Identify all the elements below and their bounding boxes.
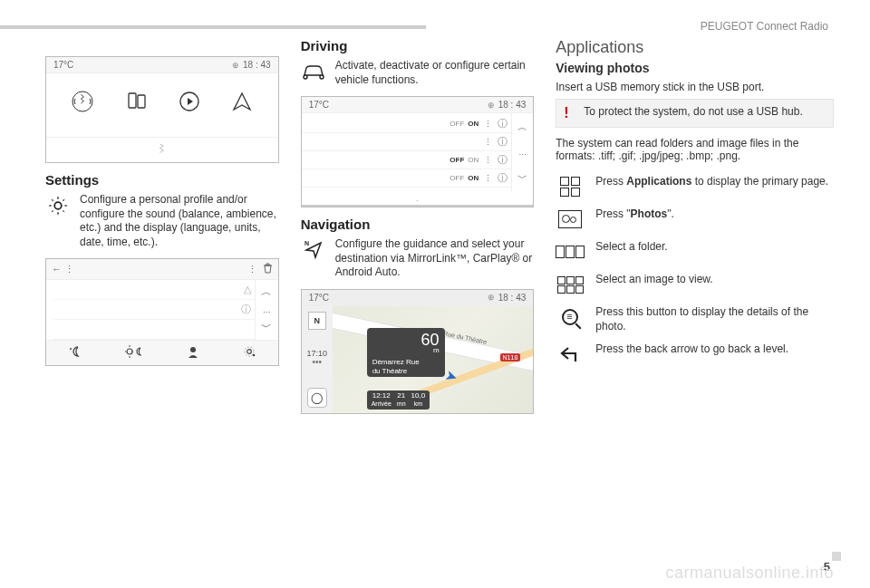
svg-point-0 [72, 92, 92, 111]
toggle-row[interactable]: ⋮ ⓘ [302, 133, 512, 151]
compass-north-icon[interactable]: N [308, 312, 326, 330]
apps-grid-icon [556, 175, 585, 198]
home-body [46, 73, 278, 162]
status-temp: 17°C [309, 100, 329, 110]
nav-statusbar: 17°C ⊕ 18 : 43 [302, 290, 534, 306]
step-applications: Press Applications to display the primar… [556, 175, 834, 198]
profile-icon[interactable] [187, 345, 199, 361]
side-tab-marker [832, 552, 841, 561]
warning-icon: ! [564, 105, 576, 121]
list-item[interactable]: △ [53, 280, 255, 300]
chevron-up-icon[interactable]: ︿ [261, 284, 272, 300]
svg-point-8 [247, 350, 252, 354]
home-footer [46, 137, 278, 162]
nav-stop-button[interactable]: ◯ [307, 388, 327, 408]
row-menu-icon[interactable]: ⋮ [484, 174, 492, 183]
step-select-image: Select an image to view. [556, 273, 834, 296]
status-temp: 17°C [309, 293, 329, 303]
ellipsis-icon: … [518, 148, 527, 157]
nav-guidance-panel: 60 m Démarrez Rue du Théatre [367, 328, 445, 377]
driving-description-row: Activate, deactivate or configure certai… [301, 59, 535, 87]
header-brand: PEUGEOT Connect Radio [701, 20, 828, 33]
svg-point-4 [54, 202, 62, 209]
status-temp: 17°C [53, 60, 73, 70]
chevron-down-icon[interactable]: ﹀ [261, 320, 272, 335]
car-icon [301, 59, 326, 84]
column-2: Driving Activate, deactivate or configur… [301, 38, 535, 414]
toggle-row[interactable]: OFFON ⋮ ⓘ [302, 151, 512, 169]
svg-text:N: N [304, 240, 309, 246]
drive-footer: . [302, 191, 534, 207]
auto-mode-icon[interactable] [125, 345, 143, 361]
menu-dots-icon[interactable]: ⋮ [247, 264, 257, 275]
list-item[interactable] [53, 320, 255, 340]
step-select-folder: Select a folder. [556, 240, 834, 264]
magnify-details-icon [556, 305, 585, 329]
info-icon[interactable]: ⓘ [498, 117, 508, 130]
toggle-row[interactable]: OFFON ⋮ ⓘ [302, 115, 512, 133]
alert-text: To protect the system, do not use a USB … [584, 105, 802, 118]
status-time: 18 : 43 [243, 60, 271, 70]
home-statusbar: 17°C ⊕ 18 : 43 [46, 57, 278, 73]
phone-mirror-icon[interactable] [126, 91, 148, 118]
step-photos: Press "Photos". [556, 207, 834, 231]
bluetooth-ring-icon[interactable] [71, 90, 94, 119]
content-columns: 17°C ⊕ 18 : 43 [45, 38, 834, 414]
row-menu-icon[interactable]: ⋮ [484, 138, 492, 147]
svg-rect-2 [138, 95, 145, 108]
drive-statusbar: 17°C ⊕ 18 : 43 [302, 97, 534, 113]
navigation-description-row: N Configure the guidance and select your… [301, 237, 535, 280]
toggle-row[interactable]: OFFON ⋮ ⓘ [302, 169, 512, 188]
nav-dest-line2: du Théatre [372, 367, 408, 375]
map-area[interactable]: Rue du Théatre N118 ➤ 60 m Démarrez Rue … [333, 306, 534, 413]
row-menu-icon[interactable]: ⋮ [484, 120, 492, 129]
status-time: 18 : 43 [498, 100, 527, 110]
svg-point-6 [127, 349, 132, 354]
svg-point-5 [70, 348, 72, 350]
home-screen: 17°C ⊕ 18 : 43 [45, 56, 279, 163]
row-menu-icon[interactable]: ⋮ [484, 156, 492, 165]
svg-point-10 [253, 354, 256, 357]
svg-point-7 [190, 347, 196, 352]
navigation-description: Configure the guidance and select your d… [335, 237, 535, 280]
gps-icon: ⊕ [232, 61, 239, 70]
gear-small-icon[interactable] [242, 345, 256, 361]
info-icon[interactable]: ⓘ [498, 135, 508, 149]
gps-icon: ⊕ [488, 101, 495, 110]
back-icon[interactable]: ← ⋮ [52, 264, 74, 275]
list-item[interactable]: ⓘ [53, 300, 255, 320]
step-details: Press this button to display the details… [556, 305, 834, 333]
watermark-text: carmanualsonline.info [665, 564, 834, 583]
night-mode-icon[interactable] [68, 345, 82, 361]
top-edge-rule [0, 25, 426, 29]
chevron-up-icon[interactable]: ︿ [517, 120, 527, 134]
nav-eta-panel: 12:12Arrivée 21mn 10,0km [367, 390, 430, 409]
back-arrow-icon [556, 342, 585, 366]
settings-screen: ← ⋮ ⋮ △ ⓘ ︿ … [45, 258, 279, 366]
info-icon[interactable]: ⓘ [498, 153, 508, 167]
step-back: Press the back arrow to go back a level. [556, 342, 834, 366]
gear-icon [45, 193, 71, 218]
viewing-photos-heading: Viewing photos [556, 61, 834, 75]
chevron-down-icon[interactable]: ﹀ [517, 171, 527, 185]
info-outline-icon: ⓘ [241, 303, 251, 316]
trash-icon[interactable] [263, 263, 273, 275]
nav-side-time: 17:10••• [306, 350, 327, 367]
driving-screen: 17°C ⊕ 18 : 43 OFFON ⋮ ⓘ ⋮ [301, 96, 535, 207]
applications-heading: Applications [556, 38, 834, 57]
folder-strip-icon [556, 240, 585, 264]
svg-point-9 [245, 347, 254, 356]
triangle-outline-icon: △ [244, 284, 251, 295]
navigation-triangle-icon[interactable] [231, 91, 253, 118]
nav-dest-line1: Démarrez Rue [372, 358, 420, 366]
info-icon[interactable]: ⓘ [498, 171, 508, 185]
bluetooth-small-icon [158, 144, 167, 157]
photos-icon [556, 207, 585, 231]
play-circle-icon[interactable] [179, 91, 200, 118]
svg-rect-1 [129, 93, 136, 108]
status-time: 18 : 43 [498, 293, 527, 303]
intro-text: Insert a USB memory stick in the USB por… [556, 81, 834, 93]
gps-icon: ⊕ [488, 293, 495, 302]
settings-heading: Settings [45, 172, 279, 188]
settings-description-row: Configure a personal profile and/or conf… [45, 193, 279, 249]
